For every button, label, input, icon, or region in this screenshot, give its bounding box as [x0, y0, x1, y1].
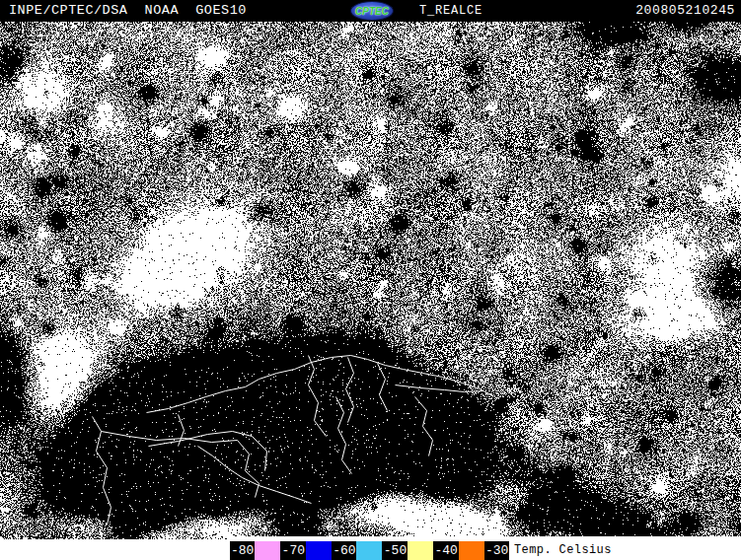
legend-bar: -80-70-60-50-40-30 — [230, 541, 509, 560]
legend-temp-label: -80 — [231, 541, 254, 560]
temperature-unit-label: Temp. Celsius — [514, 541, 612, 560]
legend-temp-label: -30 — [485, 541, 508, 560]
legend-temp-label: -70 — [282, 541, 305, 560]
legend-color-swatch — [408, 541, 433, 560]
timestamp-label: 200805210245 — [635, 0, 735, 22]
agency-satellite-label: INPE/CPTEC/DSA NOAA GOES10 — [9, 0, 247, 22]
legend-temp-label: -50 — [384, 541, 407, 560]
legend-footer: -80-70-60-50-40-30 Temp. Celsius — [0, 539, 741, 560]
legend-color-swatch — [306, 541, 332, 560]
satellite-image — [0, 22, 741, 539]
legend-temp-label: -40 — [434, 541, 457, 560]
legend-color-swatch — [255, 541, 280, 560]
cptec-logo-text: CPTEC — [355, 6, 389, 17]
legend-color-swatch — [356, 541, 382, 560]
cptec-logo: CPTEC — [350, 1, 394, 21]
legend-color-swatch — [459, 541, 484, 560]
product-name-label: T_REALCE — [419, 0, 482, 22]
header-bar: INPE/CPTEC/DSA NOAA GOES10 CPTEC T_REALC… — [0, 0, 741, 22]
satellite-image-area — [0, 22, 741, 539]
satellite-product-window: INPE/CPTEC/DSA NOAA GOES10 CPTEC T_REALC… — [0, 0, 741, 560]
legend-temp-label: -60 — [333, 541, 355, 560]
